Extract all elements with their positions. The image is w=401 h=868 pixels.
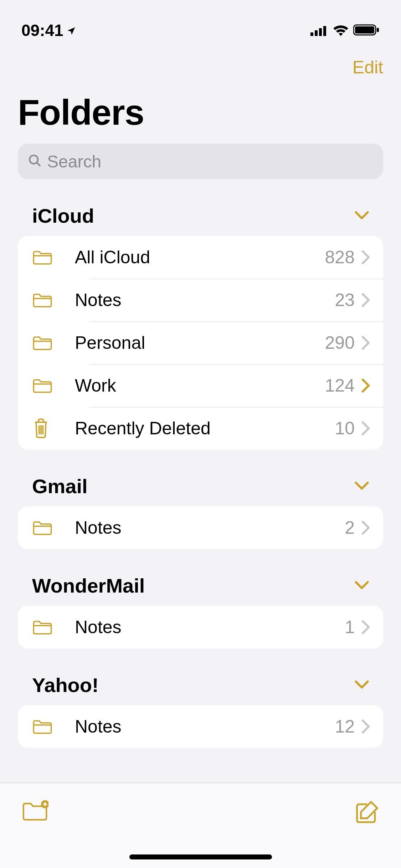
compose-button[interactable] [355,800,380,826]
folder-icon [32,377,75,394]
section-title: iCloud [32,204,94,227]
section-header[interactable]: iCloud [18,204,383,236]
chevron-right-icon [361,250,370,264]
folder-count: 2 [345,517,355,538]
section: GmailNotes2 [0,475,401,549]
folder-row[interactable]: Notes12 [18,705,383,748]
search-input[interactable] [47,152,373,171]
folder-row[interactable]: Notes2 [18,506,383,549]
svg-rect-3 [323,26,326,36]
search-icon [28,154,42,169]
section-card: Notes12 [18,705,383,748]
folder-count: 10 [335,418,355,439]
svg-rect-2 [319,28,322,36]
home-indicator[interactable] [129,854,272,859]
section-card: Notes1 [18,606,383,649]
status-right [310,21,380,40]
folder-icon [32,718,75,735]
nav-bar: Edit [0,46,401,85]
folder-row[interactable]: Work124 [18,364,383,407]
svg-line-8 [37,162,40,166]
folder-row[interactable]: Recently Deleted10 [18,407,383,450]
location-icon [66,21,76,40]
folder-row[interactable]: Notes1 [18,606,383,649]
cellular-icon [310,21,328,40]
svg-point-7 [30,155,38,164]
folder-count: 828 [325,247,355,268]
chevron-right-icon [361,378,370,393]
chevron-down-icon [355,481,369,492]
folder-label: Notes [75,517,345,538]
folder-icon [32,334,75,351]
folder-count: 290 [325,332,355,353]
section: WonderMailNotes1 [0,574,401,649]
chevron-down-icon [355,680,369,691]
chevron-right-icon [361,521,370,535]
section-header[interactable]: WonderMail [18,574,383,606]
search-field[interactable] [18,144,383,179]
svg-rect-5 [355,26,374,33]
folder-icon [32,619,75,636]
page-title: Folders [0,85,401,144]
section: Yahoo!Notes12 [0,673,401,748]
svg-rect-6 [377,28,379,32]
folder-row[interactable]: Notes23 [18,279,383,321]
folder-icon [32,291,75,309]
svg-rect-1 [315,30,318,36]
folder-label: Notes [75,716,335,737]
section: iCloudAll iCloud828Notes23Personal290Wor… [0,204,401,450]
folder-count: 23 [335,290,355,310]
folder-count: 124 [325,375,355,396]
chevron-right-icon [361,620,370,634]
folder-label: Work [75,375,325,396]
section-card: Notes2 [18,506,383,549]
folder-count: 1 [345,617,355,637]
wifi-icon [333,21,349,40]
section-card: All iCloud828Notes23Personal290Work124Re… [18,236,383,450]
battery-icon [353,21,380,40]
folder-row[interactable]: Personal290 [18,321,383,364]
folder-row[interactable]: All iCloud828 [18,236,383,279]
section-header[interactable]: Gmail [18,475,383,506]
folder-icon [32,519,75,536]
section-header[interactable]: Yahoo! [18,673,383,705]
folder-label: Personal [75,332,325,353]
folder-count: 12 [335,716,355,737]
bottom-toolbar [0,782,401,868]
folder-label: Notes [75,617,345,637]
section-title: Gmail [32,475,88,498]
folder-label: Recently Deleted [75,418,335,439]
svg-rect-0 [310,32,313,36]
search-container [0,144,401,179]
status-time: 09:41 [21,21,63,40]
folder-icon [32,249,75,266]
chevron-down-icon [355,211,369,221]
folder-label: Notes [75,290,335,310]
chevron-down-icon [355,580,369,591]
folder-label: All iCloud [75,247,325,268]
section-title: Yahoo! [32,673,99,697]
chevron-right-icon [361,719,370,734]
sections-container: iCloudAll iCloud828Notes23Personal290Wor… [0,204,401,748]
status-left: 09:41 [21,21,76,40]
status-bar: 09:41 [0,0,401,46]
edit-button[interactable]: Edit [353,57,383,78]
chevron-right-icon [361,421,370,435]
trash-icon [32,418,75,439]
section-title: WonderMail [32,574,145,597]
new-folder-button[interactable] [21,800,48,824]
chevron-right-icon [361,293,370,307]
chevron-right-icon [361,336,370,350]
